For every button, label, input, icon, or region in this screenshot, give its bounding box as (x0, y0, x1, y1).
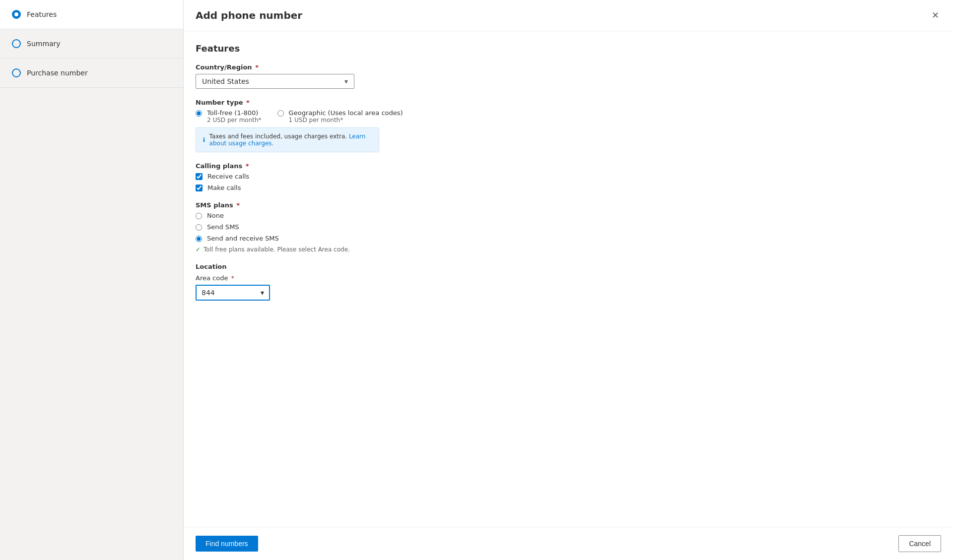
modal-side-panel: Features Summary Purchase number (0, 0, 184, 560)
send-sms-label: Send SMS (207, 223, 239, 231)
modal-header: Add phone number ✕ (184, 0, 953, 31)
step-features[interactable]: Features (0, 0, 183, 29)
radio-none[interactable]: None (196, 212, 941, 219)
calling-plans-checkboxes: Receive calls Make calls (196, 173, 941, 191)
learn-more-link[interactable]: Learn about usage charges. (209, 133, 366, 147)
toll-free-label: Toll-free (1-800) (207, 109, 262, 117)
find-numbers-label: Find numbers (205, 540, 248, 548)
check-icon: ✓ (196, 246, 201, 253)
find-numbers-button[interactable]: Find numbers (196, 536, 258, 552)
required-star: * (255, 63, 259, 71)
cancel-label: Cancel (909, 540, 931, 548)
required-star-5: * (231, 274, 235, 282)
modal-overlay: Features Summary Purchase number Add pho… (0, 0, 953, 560)
calling-plans-group: Calling plans * Receive calls Make calls (196, 162, 941, 191)
receive-calls-label: Receive calls (207, 173, 249, 180)
make-calls-label: Make calls (207, 184, 241, 191)
required-star-4: * (236, 201, 240, 209)
step-summary[interactable]: Summary (0, 29, 183, 59)
modal-title: Add phone number (196, 9, 302, 21)
usage-charges-info: ℹ Taxes and fees included, usage charges… (196, 127, 379, 152)
make-calls-checkbox[interactable] (196, 185, 203, 191)
step-purchase[interactable]: Purchase number (0, 59, 183, 88)
receive-calls-option[interactable]: Receive calls (196, 173, 941, 180)
country-label: Country/Region * (196, 63, 941, 71)
geographic-label: Geographic (Uses local area codes) (289, 109, 403, 117)
step-label-features: Features (27, 10, 57, 18)
area-code-chevron: ▾ (261, 289, 264, 297)
radio-none-input[interactable] (196, 213, 202, 219)
country-value: United States (202, 77, 249, 85)
country-select[interactable]: United States ▾ (196, 74, 354, 89)
number-type-group: Number type * Toll-free (1-800) 2 USD pe… (196, 99, 941, 152)
radio-send-receive-sms[interactable]: Send and receive SMS (196, 235, 941, 242)
step-circle-features (12, 10, 21, 19)
form-section-title: Features (196, 43, 941, 54)
step-label-purchase: Purchase number (27, 69, 88, 77)
required-star-3: * (246, 162, 249, 170)
modal-body: Features Country/Region * United States … (184, 31, 953, 527)
info-box-icon: ℹ (203, 136, 205, 143)
step-circle-summary (12, 39, 21, 48)
sms-plans-group: SMS plans * None Send SMS Send and recei… (196, 201, 941, 253)
modal-close-button[interactable]: ✕ (930, 8, 941, 23)
sms-plans-label: SMS plans * (196, 201, 941, 209)
radio-geographic-input[interactable] (277, 110, 284, 117)
area-code-select[interactable]: 844 ▾ (196, 285, 270, 301)
sms-note-text: Toll free plans available. Please select… (204, 246, 350, 253)
step-label-summary: Summary (27, 40, 61, 48)
send-receive-sms-label: Send and receive SMS (207, 235, 279, 242)
number-type-label: Number type * (196, 99, 941, 106)
area-code-value: 844 (202, 289, 215, 297)
sms-note: ✓ Toll free plans available. Please sele… (196, 246, 941, 253)
sms-none-label: None (207, 212, 224, 219)
make-calls-option[interactable]: Make calls (196, 184, 941, 191)
radio-send-sms[interactable]: Send SMS (196, 223, 941, 231)
location-group: Location Area code * 844 ▾ (196, 263, 941, 301)
sms-options: None Send SMS Send and receive SMS (196, 212, 941, 242)
chevron-icon: ▾ (344, 77, 348, 85)
area-code-label: Area code * (196, 274, 941, 282)
cancel-button[interactable]: Cancel (898, 535, 941, 552)
location-label: Location (196, 263, 941, 270)
add-phone-number-modal: Add phone number ✕ Features Country/Regi… (184, 0, 953, 560)
geographic-sublabel: 1 USD per month* (289, 117, 403, 124)
radio-toll-free[interactable]: Toll-free (1-800) 2 USD per month* (196, 109, 262, 124)
calling-plans-label: Calling plans * (196, 162, 941, 170)
radio-send-sms-input[interactable] (196, 224, 202, 231)
radio-geographic[interactable]: Geographic (Uses local area codes) 1 USD… (277, 109, 403, 124)
step-circle-purchase (12, 68, 21, 77)
required-star-2: * (246, 99, 250, 106)
number-type-row: Toll-free (1-800) 2 USD per month* Geogr… (196, 109, 941, 124)
radio-toll-free-input[interactable] (196, 110, 202, 117)
info-message: Taxes and fees included, usage charges e… (209, 133, 372, 147)
toll-free-sublabel: 2 USD per month* (207, 117, 262, 124)
receive-calls-checkbox[interactable] (196, 173, 203, 180)
country-region-group: Country/Region * United States ▾ (196, 63, 941, 89)
radio-send-receive-sms-input[interactable] (196, 236, 202, 242)
modal-footer: Find numbers Cancel (184, 527, 953, 560)
